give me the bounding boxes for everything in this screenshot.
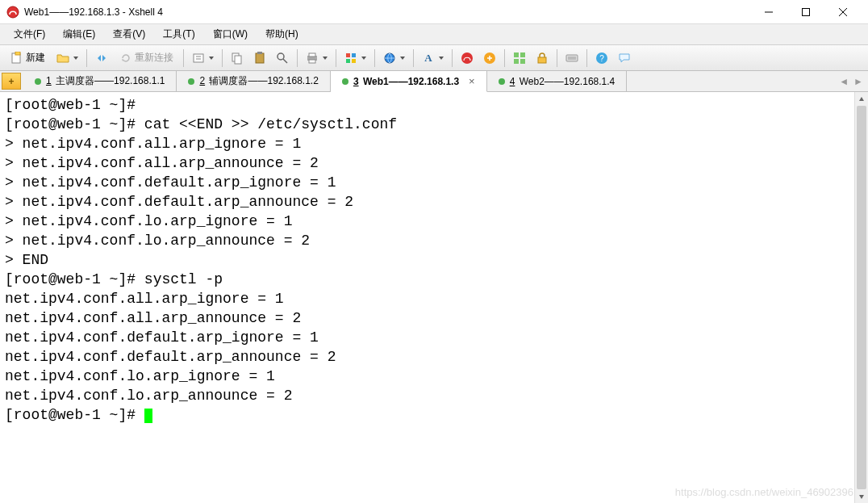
window-title: Web1——192.168.1.3 - Xshell 4 bbox=[24, 6, 750, 18]
font-button[interactable]: A bbox=[418, 48, 448, 68]
tab-label: 1 主调度器——192.168.1.1 bbox=[46, 74, 165, 88]
svg-rect-29 bbox=[520, 59, 525, 64]
folder-open-icon bbox=[56, 52, 69, 65]
chevron-down-icon bbox=[400, 57, 405, 60]
svg-rect-19 bbox=[346, 53, 350, 57]
svg-rect-20 bbox=[352, 53, 356, 57]
tab-label: 4 Web2——192.168.1.4 bbox=[510, 76, 616, 87]
toolbar-separator bbox=[586, 49, 587, 67]
reconnect-icon bbox=[119, 52, 132, 65]
svg-point-14 bbox=[278, 53, 284, 60]
toolbar-separator bbox=[504, 49, 505, 67]
toolbar-separator bbox=[183, 49, 184, 67]
session-tab-2[interactable]: 2 辅调度器——192.168.1.2 bbox=[177, 71, 330, 91]
copy-icon bbox=[231, 52, 244, 65]
help-icon: ? bbox=[595, 52, 608, 65]
tabs-scroll-left[interactable]: ◄ bbox=[839, 76, 849, 87]
help-button[interactable]: ? bbox=[591, 48, 612, 68]
toolbar-separator bbox=[374, 49, 375, 67]
svg-rect-11 bbox=[235, 56, 241, 64]
svg-rect-18 bbox=[309, 60, 315, 63]
new-button[interactable]: 新建 bbox=[5, 48, 51, 68]
minimize-button[interactable] bbox=[750, 0, 787, 24]
properties-icon bbox=[192, 52, 205, 65]
svg-rect-26 bbox=[514, 52, 519, 57]
toolbar-separator bbox=[336, 49, 336, 67]
session-tab-4[interactable]: 4 Web2——192.168.1.4 bbox=[487, 71, 628, 91]
palette-icon bbox=[344, 52, 357, 65]
find-button[interactable] bbox=[272, 48, 293, 68]
disconnect-button[interactable] bbox=[91, 48, 112, 68]
disconnect-icon bbox=[95, 52, 108, 65]
toolbar: 新建 重新连接 A bbox=[0, 45, 868, 71]
svg-rect-13 bbox=[257, 52, 262, 54]
tabs-scroll-right[interactable]: ► bbox=[853, 76, 863, 87]
svg-rect-30 bbox=[538, 57, 546, 63]
reconnect-button[interactable]: 重新连接 bbox=[114, 48, 179, 68]
globe-icon bbox=[383, 52, 396, 65]
svg-point-24 bbox=[461, 52, 473, 64]
add-tab-button[interactable]: + bbox=[2, 73, 21, 90]
keyboard-button[interactable] bbox=[561, 48, 582, 68]
xftp-button[interactable] bbox=[479, 48, 500, 68]
scroll-track[interactable] bbox=[855, 106, 868, 489]
svg-rect-17 bbox=[309, 53, 315, 57]
terminal-cursor bbox=[144, 409, 152, 423]
tile-icon bbox=[513, 52, 526, 65]
lock-button[interactable] bbox=[532, 48, 553, 68]
svg-rect-28 bbox=[514, 59, 519, 64]
menu-tools[interactable]: 工具(T) bbox=[156, 24, 202, 44]
new-button-label: 新建 bbox=[26, 51, 45, 65]
svg-text:?: ? bbox=[599, 54, 604, 63]
terminal-output[interactable]: [root@web-1 ~]# [root@web-1 ~]# cat <<EN… bbox=[0, 92, 854, 503]
toolbar-separator bbox=[297, 49, 298, 67]
xftp-icon bbox=[483, 52, 496, 65]
toolbar-separator bbox=[222, 49, 223, 67]
tabs-scroll-controls: ◄ ► bbox=[834, 71, 868, 91]
svg-rect-21 bbox=[346, 59, 350, 63]
font-icon: A bbox=[422, 52, 435, 65]
paste-button[interactable] bbox=[249, 48, 270, 68]
menubar: 文件(F) 编辑(E) 查看(V) 工具(T) 窗口(W) 帮助(H) bbox=[0, 24, 868, 45]
chevron-down-icon bbox=[73, 57, 78, 60]
tab-label: 2 辅调度器——192.168.1.2 bbox=[199, 74, 318, 88]
toolbar-separator bbox=[557, 49, 557, 67]
scrollbar[interactable] bbox=[854, 92, 868, 503]
svg-rect-22 bbox=[352, 59, 356, 63]
keyboard-icon bbox=[565, 52, 578, 65]
chevron-down-icon bbox=[209, 57, 214, 60]
menu-file[interactable]: 文件(F) bbox=[6, 24, 52, 44]
close-button[interactable] bbox=[824, 0, 862, 24]
status-dot-icon bbox=[35, 78, 41, 85]
color-scheme-button[interactable] bbox=[340, 48, 370, 68]
scroll-down-button[interactable] bbox=[855, 489, 868, 503]
toolbar-separator bbox=[86, 49, 87, 67]
session-tab-3[interactable]: 3 Web1——192.168.1.3 × bbox=[331, 71, 487, 92]
scroll-up-button[interactable] bbox=[855, 92, 868, 106]
xshell-app-icon bbox=[6, 6, 19, 19]
svg-rect-12 bbox=[256, 53, 264, 63]
copy-button[interactable] bbox=[227, 48, 248, 68]
maximize-button[interactable] bbox=[787, 0, 824, 24]
svg-rect-7 bbox=[194, 54, 203, 62]
chevron-down-icon bbox=[439, 57, 444, 60]
menu-view[interactable]: 查看(V) bbox=[106, 24, 152, 44]
menu-window[interactable]: 窗口(W) bbox=[206, 24, 255, 44]
tile-button[interactable] bbox=[509, 48, 530, 68]
open-button[interactable] bbox=[52, 48, 82, 68]
titlebar: Web1——192.168.1.3 - Xshell 4 bbox=[0, 0, 868, 24]
reconnect-button-label: 重新连接 bbox=[135, 51, 173, 65]
xshell-icon bbox=[461, 52, 474, 65]
menu-edit[interactable]: 编辑(E) bbox=[56, 24, 102, 44]
search-icon bbox=[276, 52, 289, 65]
tab-close-button[interactable]: × bbox=[469, 75, 475, 87]
properties-button[interactable] bbox=[188, 48, 218, 68]
svg-line-15 bbox=[283, 59, 287, 63]
print-button[interactable] bbox=[302, 48, 332, 68]
menu-help[interactable]: 帮助(H) bbox=[258, 24, 306, 44]
feedback-button[interactable] bbox=[614, 48, 635, 68]
scroll-thumb[interactable] bbox=[857, 106, 866, 489]
session-tab-1[interactable]: 1 主调度器——192.168.1.1 bbox=[23, 71, 177, 91]
web-button[interactable] bbox=[379, 48, 409, 68]
xshell-button[interactable] bbox=[457, 48, 478, 68]
